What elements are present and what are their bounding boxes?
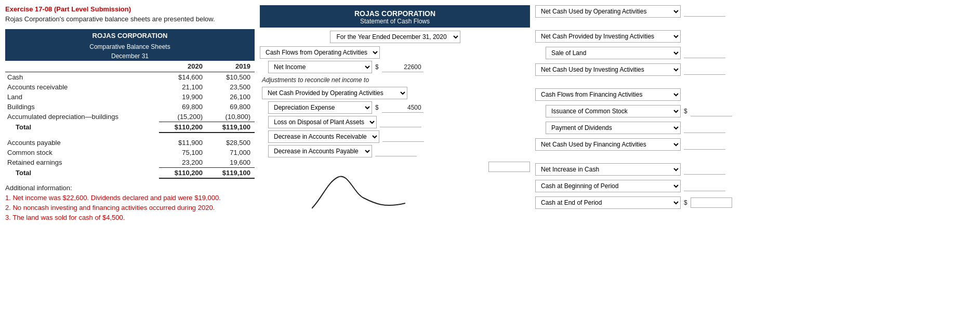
ending-cash-row: Cash at End of Period $: [535, 196, 975, 209]
exercise-description: Rojas Corporation's comparative balance …: [5, 15, 255, 23]
additional-info: Additional information: 1. Net income wa…: [5, 184, 255, 221]
right-panel: Net Cash Used by Operating Activities Ne…: [535, 5, 975, 325]
liab-cs: Common stock75,10071,000: [5, 148, 255, 157]
bs-subtitle1: Comparative Balance Sheets: [5, 42, 255, 51]
liab-ap: Accounts payable$11,900$28,500: [5, 138, 255, 148]
issuance-dollar: $: [684, 108, 687, 115]
middle-corp-title: Statement of Cash Flows: [265, 18, 525, 25]
investing-total-row: Net Cash Used by Investing Activities: [535, 63, 975, 76]
operating-header-select[interactable]: Cash Flows from Operating Activities: [260, 46, 380, 59]
investing-header-row: Net Cash Provided by Investing Activitie…: [535, 30, 975, 43]
net-increase-row: Net Increase in Cash: [535, 163, 975, 176]
net-increase-input[interactable]: [684, 165, 725, 175]
financing-header-select[interactable]: Cash Flows from Financing Activities: [535, 88, 681, 101]
asset-accum-dep: Accumulated depreciation—buildings(15,20…: [5, 112, 255, 122]
corp-header: ROJAS CORPORATION Statement of Cash Flow…: [260, 5, 530, 28]
net-income-dollar: $: [375, 63, 379, 71]
depreciation-select[interactable]: Depreciation Expense: [268, 101, 372, 114]
company-name: ROJAS CORPORATION: [5, 29, 255, 42]
financing-total-input[interactable]: [684, 140, 725, 150]
payment-dividends-input[interactable]: [684, 123, 725, 133]
depreciation-value: 4500: [382, 103, 423, 113]
decorative-area: [260, 172, 530, 214]
payment-dividends-row: Payment of Dividends: [546, 122, 975, 134]
operating-total-right-input[interactable]: [684, 7, 725, 17]
issuance-stock-select[interactable]: Issuance of Common Stock: [546, 105, 681, 117]
investing-total-input[interactable]: [684, 65, 725, 75]
decrease-ar-select[interactable]: Decrease in Accounts Receivable: [268, 130, 379, 143]
asset-total: Total$110,200$119,100: [5, 122, 255, 133]
investing-total-select[interactable]: Net Cash Used by Investing Activities: [535, 63, 681, 76]
liab-re: Retained earnings23,20019,600: [5, 157, 255, 168]
asset-ar: Accounts receivable21,10023,500: [5, 82, 255, 92]
additional-info-title: Additional information:: [5, 184, 255, 192]
payment-dividends-select[interactable]: Payment of Dividends: [546, 122, 681, 134]
middle-corp-name: ROJAS CORPORATION: [265, 9, 525, 18]
operating-total-input[interactable]: [488, 162, 530, 172]
col-2020: 2020: [159, 61, 207, 72]
year-select[interactable]: For the Year Ended December 31, 2020: [330, 31, 460, 43]
beginning-cash-select[interactable]: Cash at Beginning of Period: [535, 180, 681, 192]
squiggle-svg: [312, 172, 416, 214]
col-2019: 2019: [207, 61, 255, 72]
adjustments-text: Adjustments to reconcile net income to: [262, 75, 369, 85]
net-cash-operating-select[interactable]: Net Cash Provided by Operating Activitie…: [262, 87, 407, 99]
middle-panel: ROJAS CORPORATION Statement of Cash Flow…: [260, 5, 530, 325]
liab-total: Total$110,200$119,100: [5, 168, 255, 179]
financing-header-row: Cash Flows from Financing Activities: [535, 88, 975, 101]
decrease-ar-input[interactable]: [382, 132, 424, 142]
operating-total-select[interactable]: Net Cash Used by Operating Activities: [535, 5, 681, 18]
ending-cash-select[interactable]: Cash at End of Period: [535, 196, 681, 209]
operating-total-row: Net Cash Used by Operating Activities: [535, 5, 975, 18]
left-panel: Exercise 17-08 (Part Level Submission) R…: [5, 5, 255, 325]
sale-of-land-select[interactable]: Sale of Land: [546, 47, 681, 59]
asset-land: Land19,90026,100: [5, 92, 255, 102]
net-increase-select[interactable]: Net Increase in Cash: [535, 163, 681, 176]
beginning-cash-row: Cash at Beginning of Period: [535, 180, 975, 192]
bs-subtitle2: December 31: [5, 51, 255, 61]
exercise-title: Exercise 17-08 (Part Level Submission): [5, 5, 255, 13]
financing-total-select[interactable]: Net Cash Used by Financing Activities: [535, 138, 681, 151]
asset-buildings: Buildings69,80069,800: [5, 102, 255, 112]
sale-of-land-input[interactable]: [684, 48, 725, 58]
loss-disposal-input[interactable]: [380, 117, 421, 127]
decrease-ap-select[interactable]: Decrease in Accounts Payable: [268, 145, 372, 157]
issuance-stock-row: Issuance of Common Stock $: [546, 105, 975, 117]
investing-header-select[interactable]: Net Cash Provided by Investing Activitie…: [535, 30, 681, 43]
beginning-cash-input[interactable]: [684, 181, 725, 191]
net-income-select[interactable]: Net Income: [268, 61, 372, 73]
net-income-value: 22600: [382, 62, 423, 72]
ending-cash-dollar: $: [684, 199, 687, 206]
issuance-stock-input[interactable]: [691, 107, 732, 116]
info-item-2: 2. No noncash investing and financing ac…: [5, 204, 255, 212]
balance-sheet-table: ROJAS CORPORATION Comparative Balance Sh…: [5, 29, 255, 179]
loss-disposal-select[interactable]: Loss on Disposal of Plant Assets: [268, 116, 377, 128]
financing-total-row: Net Cash Used by Financing Activities: [535, 138, 975, 151]
sale-of-land-row: Sale of Land: [546, 47, 975, 59]
depreciation-dollar: $: [375, 104, 379, 111]
ending-cash-input[interactable]: [691, 197, 732, 208]
decrease-ap-input[interactable]: [375, 147, 417, 156]
operating-section: Cash Flows from Operating Activities Net…: [260, 46, 530, 172]
info-item-3: 3. The land was sold for cash of $4,500.: [5, 214, 255, 221]
asset-cash: Cash$14,600$10,500: [5, 72, 255, 83]
info-item-1: 1. Net income was $22,600. Dividends dec…: [5, 194, 255, 202]
